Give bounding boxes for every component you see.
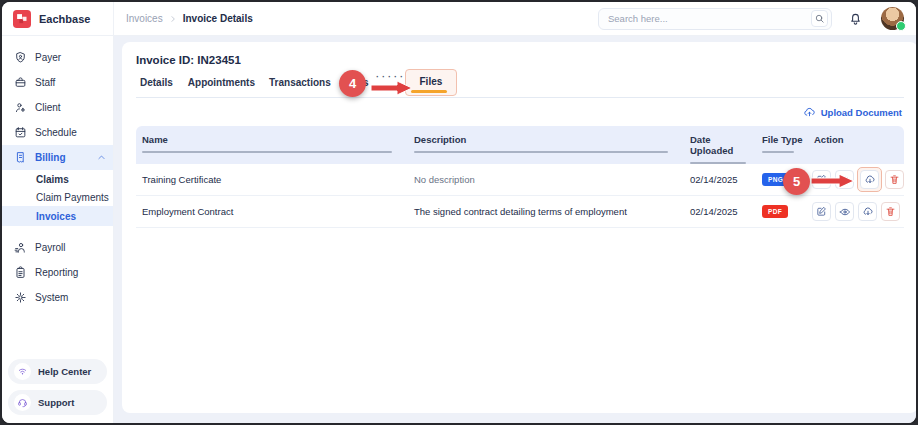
column-header-date-uploaded: Date Uploaded — [684, 134, 756, 164]
cloud-upload-icon — [803, 106, 816, 119]
sidebar-item-payroll[interactable]: Payroll — [2, 235, 113, 260]
top-bar: Eachbase Invoices Invoice Details — [2, 2, 916, 36]
sidebar-item-label: Client — [35, 102, 61, 113]
sidebar-item-schedule[interactable]: Schedule — [2, 120, 113, 145]
view-button[interactable] — [835, 202, 854, 221]
tab-appointments[interactable]: Appointments — [188, 77, 255, 97]
delete-button[interactable] — [885, 170, 904, 189]
download-button[interactable] — [860, 170, 879, 189]
table-row: Training Certificate No description 02/1… — [136, 164, 904, 196]
search-icon[interactable] — [811, 10, 828, 27]
search-input[interactable] — [608, 13, 811, 24]
sidebar-item-label: Reporting — [35, 267, 78, 278]
sidebar-item-client[interactable]: Client — [2, 95, 113, 120]
shield-user-icon — [14, 51, 27, 64]
sidebar-subitem-claims[interactable]: Claims — [2, 170, 113, 188]
notifications-bell-icon[interactable] — [848, 11, 863, 26]
sidebar-item-label: Billing — [35, 152, 66, 163]
invoice-id-value: IN23451 — [197, 54, 240, 66]
edit-button[interactable] — [812, 202, 831, 221]
row-actions: 5 — [808, 170, 904, 189]
brand-name: Eachbase — [39, 13, 90, 25]
sidebar-item-label: Schedule — [35, 127, 77, 138]
sidebar-footer: Help Center Support — [8, 353, 107, 415]
page-title: Invoice ID: IN23451 — [136, 52, 904, 66]
chevron-up-icon — [97, 153, 106, 162]
annotation-step-badge-4: 4 — [339, 70, 366, 97]
download-button[interactable] — [858, 202, 877, 221]
help-center-button[interactable]: Help Center — [8, 359, 107, 384]
sidebar-item-staff[interactable]: Staff — [2, 70, 113, 95]
annotation-step-badge-5: 5 — [783, 168, 810, 195]
tab-files[interactable]: Files — [420, 76, 443, 87]
file-type-badge: PDF — [762, 205, 788, 218]
download-highlight-box — [857, 167, 882, 192]
gear-icon — [14, 291, 27, 304]
help-center-icon — [14, 363, 31, 380]
briefcase-icon — [14, 76, 27, 89]
tab-transactions[interactable]: Transactions — [269, 77, 331, 97]
sidebar-item-label: System — [35, 292, 68, 303]
invoice-details-card: Invoice ID: IN23451 Details Appointments… — [122, 42, 918, 413]
tab-bar: Details Appointments Transactions Notes … — [136, 71, 904, 98]
files-table: Name Description Date Uploaded File Type — [136, 126, 904, 228]
column-header-name: Name — [136, 134, 408, 164]
brand-logo[interactable]: Eachbase — [2, 2, 114, 35]
sidebar-subitem-claim-payments[interactable]: Claim Payments — [2, 188, 113, 206]
file-date-uploaded: 02/14/2025 — [684, 206, 756, 217]
sidebar-item-label: Staff — [35, 77, 55, 88]
column-header-file-type: File Type — [756, 134, 808, 164]
file-description: No description — [408, 174, 684, 185]
column-header-description: Description — [408, 134, 684, 164]
search-bar[interactable] — [598, 8, 832, 30]
sidebar-item-billing[interactable]: Billing — [2, 145, 113, 170]
table-row: Employment Contract The signed contract … — [136, 196, 904, 228]
breadcrumb-current: Invoice Details — [183, 13, 253, 24]
support-button[interactable]: Support — [8, 390, 107, 415]
breadcrumb-parent[interactable]: Invoices — [126, 13, 163, 24]
active-tab-underline — [411, 90, 448, 93]
annotation-arrow-to-files-tab — [371, 80, 413, 96]
breadcrumb: Invoices Invoice Details — [114, 13, 253, 24]
sidebar: Payer Staff Client Schedule Billing — [2, 36, 114, 423]
person-star-icon — [14, 101, 27, 114]
file-name: Employment Contract — [136, 206, 408, 217]
app-window: Eachbase Invoices Invoice Details Payer — [0, 0, 918, 425]
file-description: The signed contract detailing terms of e… — [408, 206, 684, 217]
row-actions — [808, 202, 904, 221]
tab-details[interactable]: Details — [140, 77, 173, 97]
sidebar-subitem-label: Claims — [36, 174, 69, 185]
upload-document-label: Upload Document — [821, 107, 902, 118]
sidebar-subitem-label: Invoices — [36, 211, 76, 222]
payroll-icon — [14, 241, 27, 254]
receipt-icon — [14, 151, 27, 164]
support-label: Support — [38, 397, 74, 408]
eachbase-logo-icon — [13, 10, 31, 28]
table-header-row: Name Description Date Uploaded File Type — [136, 126, 904, 164]
sidebar-item-payer[interactable]: Payer — [2, 45, 113, 70]
annotation-arrow-to-download — [811, 173, 855, 189]
upload-document-button[interactable]: Upload Document — [136, 106, 902, 119]
sidebar-item-label: Payroll — [35, 242, 66, 253]
file-name: Training Certificate — [136, 174, 408, 185]
column-header-action: Action — [808, 134, 904, 164]
chevron-right-icon — [169, 15, 177, 23]
sidebar-item-reporting[interactable]: Reporting — [2, 260, 113, 285]
invoice-id-label: Invoice ID: — [136, 54, 194, 66]
sidebar-item-label: Payer — [35, 52, 61, 63]
calendar-icon — [14, 126, 27, 139]
file-date-uploaded: 02/14/2025 — [684, 174, 756, 185]
help-center-label: Help Center — [38, 366, 91, 377]
headset-icon — [14, 394, 31, 411]
clipboard-icon — [14, 266, 27, 279]
delete-button[interactable] — [881, 202, 900, 221]
user-avatar[interactable] — [881, 7, 904, 30]
sidebar-subitem-invoices[interactable]: Invoices — [2, 206, 113, 226]
main-area: Invoice ID: IN23451 Details Appointments… — [114, 36, 918, 423]
file-type-cell: PDF — [756, 205, 808, 218]
sidebar-subitem-label: Claim Payments — [36, 192, 109, 203]
sidebar-item-system[interactable]: System — [2, 285, 113, 310]
